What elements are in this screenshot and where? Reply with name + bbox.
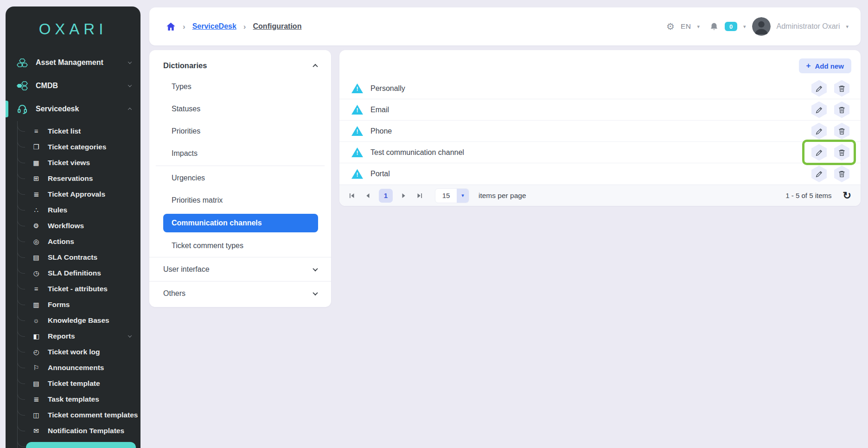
gear-icon[interactable]: ⚙ bbox=[666, 21, 675, 32]
breadcrumb-current: Configuration bbox=[253, 22, 302, 31]
breadcrumb-separator: › bbox=[183, 23, 185, 31]
sidebar-item-ticket-approvals[interactable]: ≣Ticket Approvals bbox=[6, 186, 140, 202]
dictionary-item-impacts[interactable]: Impacts bbox=[149, 142, 331, 165]
bell-icon[interactable] bbox=[709, 22, 719, 32]
dictionaries-panel: Dictionaries TypesStatusesPrioritiesImpa… bbox=[149, 50, 331, 307]
user-name: Administrator Oxari bbox=[777, 22, 840, 31]
edit-button[interactable] bbox=[811, 102, 827, 118]
dictionary-item-priorities-matrix[interactable]: Priorities matrix bbox=[149, 189, 331, 211]
delete-button[interactable] bbox=[834, 144, 849, 161]
dictionary-item-statuses[interactable]: Statuses bbox=[149, 98, 331, 120]
edit-button[interactable] bbox=[811, 80, 827, 97]
items-range-label: 1 - 5 of 5 items bbox=[785, 192, 831, 199]
channel-list: PersonallyEmailPhoneTest communication c… bbox=[339, 78, 861, 185]
chevron-up-icon bbox=[313, 64, 318, 69]
sidebar-item-forms[interactable]: ▥Forms bbox=[6, 297, 140, 313]
notification-caret-icon[interactable]: ▾ bbox=[743, 24, 746, 30]
select-caret-icon: ▾ bbox=[457, 189, 469, 203]
delete-button[interactable] bbox=[834, 80, 849, 97]
sidebar-item-cmdb[interactable]: CMDB bbox=[6, 74, 140, 97]
sidebar-item-notification-templates[interactable]: ✉Notification Templates bbox=[6, 423, 140, 439]
delete-button[interactable] bbox=[834, 166, 849, 182]
servicedesk-subnav: ≡Ticket list❐Ticket categories▦Ticket vi… bbox=[6, 123, 140, 448]
ticket-categories-icon: ❐ bbox=[32, 143, 41, 151]
dictionary-item-communication-channels[interactable]: Communication channels bbox=[163, 214, 318, 232]
sidebar-item-ticket-work-log[interactable]: ◴Ticket work log bbox=[6, 344, 140, 360]
sidebar-item-asset-management[interactable]: Asset Management bbox=[6, 51, 140, 74]
dictionary-item-priorities[interactable]: Priorities bbox=[149, 120, 331, 142]
avatar[interactable] bbox=[752, 17, 771, 36]
edit-button[interactable] bbox=[811, 123, 827, 140]
sidebar-item-label: Asset Management bbox=[36, 58, 103, 67]
row-actions bbox=[811, 166, 849, 182]
row-label: Test communication channel bbox=[370, 148, 464, 157]
sidebar-item-reservations[interactable]: ⊞Reservations bbox=[6, 171, 140, 186]
page-size-select[interactable]: 15 ▾ bbox=[435, 188, 469, 203]
sidebar-item-ticket-categories[interactable]: ❐Ticket categories bbox=[6, 139, 140, 155]
sidebar-item-rules[interactable]: ∴Rules bbox=[6, 202, 140, 218]
sidebar-item-ticket-views[interactable]: ▦Ticket views bbox=[6, 155, 140, 171]
sidebar-item-announcements[interactable]: ⚐Announcements bbox=[6, 360, 140, 376]
refresh-icon[interactable]: ↻ bbox=[843, 191, 851, 201]
user-caret-icon[interactable]: ▾ bbox=[846, 24, 849, 30]
sidebar-item-label: SLA Contracts bbox=[48, 253, 97, 262]
group-label: User interface bbox=[163, 265, 210, 274]
delete-button[interactable] bbox=[834, 123, 849, 140]
warning-icon bbox=[351, 169, 363, 179]
sidebar-item-ticket-template[interactable]: ▤Ticket template bbox=[6, 376, 140, 391]
sidebar-item-actions[interactable]: ◎Actions bbox=[6, 234, 140, 250]
row-actions bbox=[811, 80, 849, 97]
sidebar-item-label: Ticket views bbox=[48, 159, 90, 167]
edit-button[interactable] bbox=[811, 144, 827, 161]
sidebar-item-sla-contracts[interactable]: ▤SLA Contracts bbox=[6, 250, 140, 265]
dictionaries-header[interactable]: Dictionaries bbox=[149, 53, 331, 76]
sidebar-item-ticket-attributes[interactable]: ≡Ticket - attributes bbox=[6, 281, 140, 297]
sidebar-active-sub-indicator[interactable] bbox=[26, 442, 136, 448]
language-label: EN bbox=[681, 22, 691, 31]
ticket-list-icon: ≡ bbox=[32, 128, 41, 135]
chevron-down-icon bbox=[313, 290, 318, 295]
sidebar-item-ticket-list[interactable]: ≡Ticket list bbox=[6, 123, 140, 139]
next-page-button[interactable] bbox=[398, 190, 410, 202]
add-new-label: Add new bbox=[815, 62, 844, 70]
chevron-down-icon bbox=[313, 266, 318, 271]
home-icon[interactable] bbox=[166, 22, 176, 31]
sidebar-item-sla-definitions[interactable]: ◷SLA Definitions bbox=[6, 265, 140, 281]
chevron-down-icon bbox=[128, 333, 132, 337]
add-new-button[interactable]: + Add new bbox=[799, 58, 851, 73]
last-page-button[interactable] bbox=[414, 190, 426, 202]
sla-definitions-icon: ◷ bbox=[32, 269, 41, 277]
breadcrumb-link-servicedesk[interactable]: ServiceDesk bbox=[192, 22, 236, 31]
notification-templates-icon: ✉ bbox=[32, 427, 41, 435]
sidebar-item-ticket-comment-templates[interactable]: ◫Ticket comment templates bbox=[6, 407, 140, 423]
sidebar-top-nav: Asset Management CMDB bbox=[6, 51, 140, 448]
table-row-phone: Phone bbox=[339, 121, 861, 142]
delete-button[interactable] bbox=[834, 102, 849, 118]
warning-icon bbox=[351, 105, 363, 115]
sidebar-item-task-templates[interactable]: ≣Task templates bbox=[6, 391, 140, 407]
dictionary-item-ticket-comment-types[interactable]: Ticket comment types bbox=[149, 235, 331, 257]
sidebar-item-servicedesk[interactable]: Servicedesk bbox=[6, 97, 140, 121]
dictionary-item-types[interactable]: Types bbox=[149, 76, 331, 98]
accordion-group-user-interface[interactable]: User interface bbox=[149, 257, 331, 281]
sidebar-item-label: Ticket categories bbox=[48, 143, 106, 151]
dictionary-item-urgencies[interactable]: Urgencies bbox=[149, 167, 331, 189]
sidebar-item-workflows[interactable]: ⚙Workflows bbox=[6, 218, 140, 234]
language-caret-icon[interactable]: ▾ bbox=[697, 24, 700, 30]
workflows-icon: ⚙ bbox=[32, 222, 41, 230]
edit-button[interactable] bbox=[811, 166, 827, 182]
page-number[interactable]: 1 bbox=[379, 189, 393, 203]
table-row-email: Email bbox=[339, 99, 861, 121]
sidebar-item-knowledge-bases[interactable]: ☼Knowledge Bases bbox=[6, 313, 140, 328]
breadcrumb-separator: › bbox=[243, 23, 246, 31]
first-page-button[interactable] bbox=[346, 190, 358, 202]
notification-count-badge[interactable]: 0 bbox=[725, 22, 737, 31]
sidebar-item-label: Ticket template bbox=[48, 379, 100, 388]
row-actions bbox=[811, 144, 849, 161]
nodes-cluster-icon bbox=[17, 81, 28, 90]
accordion-group-others[interactable]: Others bbox=[149, 281, 331, 305]
ticket-approvals-icon: ≣ bbox=[32, 191, 41, 198]
previous-page-button[interactable] bbox=[362, 190, 374, 202]
sidebar-item-reports[interactable]: ◧Reports bbox=[6, 328, 140, 344]
warning-icon bbox=[351, 83, 363, 93]
